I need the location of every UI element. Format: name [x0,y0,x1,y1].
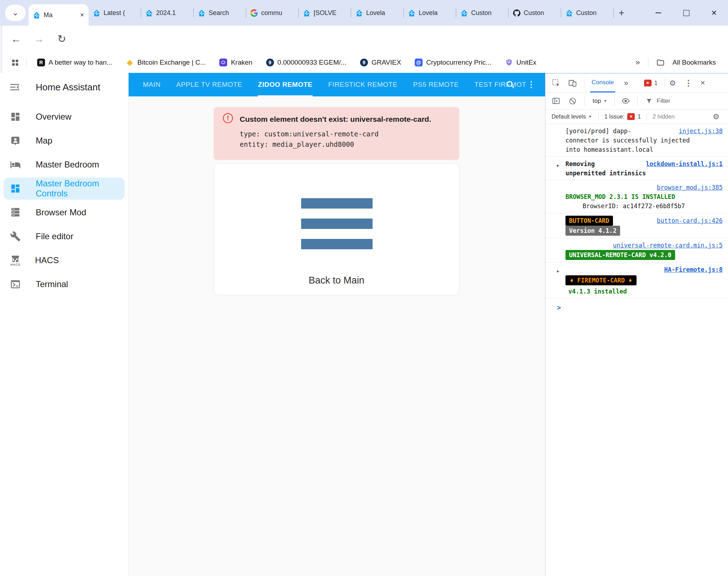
bookmarks-overflow-icon[interactable]: » [635,58,640,67]
menu-bar-button[interactable] [301,198,373,209]
ha-bar-icons: ⋮ [506,73,535,96]
view-tab-ps5-remote[interactable]: PS5 REMOTE [413,73,459,96]
view-tab-firestick-remote[interactable]: FIRESTICK REMOTE [328,73,398,96]
tab-solved[interactable]: [SOLVE [299,0,351,26]
page-area: Home Assistant Overview Map Master Bedro… [0,73,728,576]
view-tab-zidoo-remote[interactable]: ZIDOO REMOTE [258,73,313,96]
sidebar-item-label: Terminal [36,279,68,289]
console-settings-gear-icon[interactable]: ⚙ [713,112,719,121]
bookmark-label: GRAVIEX [372,59,401,66]
clear-console-icon[interactable] [569,97,577,105]
flame-icon [569,278,574,283]
tab-latest[interactable]: Latest ( [89,0,141,26]
tab-label: Ma [44,11,76,19]
new-tab-button[interactable]: + [614,7,629,19]
minimize-button[interactable] [644,0,672,26]
tab-label-fade [551,7,557,19]
devtools-tabbar: Console » ✕ 1 ⚙ ⋮ ✕ [545,74,728,92]
tab-community[interactable]: commu [246,0,298,26]
devtools-separator [637,96,638,106]
ha-menu-icon[interactable]: ⋮ [527,80,535,89]
sidebar-item-browser-mod[interactable]: Browser Mod [4,201,125,224]
wrench-icon [10,231,21,242]
bookmark-binance[interactable]: ◆ Bitcoin Exchange | C... [126,59,206,66]
more-tabs-icon[interactable]: » [624,79,628,88]
devtools-separator [584,96,585,106]
sidebar-item-master-bedroom[interactable]: Master Bedroom [4,154,125,176]
devtools-menu-icon[interactable]: ⋮ [684,79,692,88]
tab-lovelace-1[interactable]: Lovela [351,0,403,26]
error-counter[interactable]: ✕ 1 [644,80,658,86]
filter-input[interactable]: Filter [657,97,670,105]
device-toolbar-icon[interactable] [568,79,577,87]
sidebar-item-overview[interactable]: Overview [4,106,125,128]
dashboard-icon [10,183,21,194]
bookmark-graviex[interactable]: 9 GRAVIEX [360,59,401,66]
view-tab-apple-tv-remote[interactable]: APPLE TV REMOTE [176,73,243,96]
tab-custom-1[interactable]: Custon [456,0,508,26]
console-prompt[interactable]: > [545,299,728,312]
close-devtools-icon[interactable]: ✕ [700,79,705,87]
hidden-messages-label[interactable]: 2 hidden [653,114,674,120]
expand-arrow-icon[interactable]: ▶ [557,267,559,276]
alert-circle-icon: ! [223,113,233,123]
devtools-separator [598,113,599,120]
tab-label-fade [131,7,137,19]
sidebar-item-map[interactable]: Map [4,130,125,152]
sidebar-item-terminal[interactable]: Terminal [4,273,125,295]
source-link[interactable]: universal-remote-card.min.js:5 [609,241,723,250]
bookmark-egem[interactable]: 9 0.000000933 EGEM/... [266,59,346,66]
close-window-button[interactable]: ✕ [700,0,728,26]
source-link[interactable]: button-card.js:426 [653,216,723,225]
ha-sidebar: Home Assistant Overview Map Master Bedro… [0,73,129,576]
back-button[interactable]: ← [10,33,22,45]
tab-search-forum[interactable]: Search [194,0,246,26]
sidebar-toggle-icon[interactable] [9,82,20,92]
all-bookmarks-label[interactable]: All Bookmarks [673,59,716,66]
bookmark-kraken[interactable]: Kraken [219,59,252,66]
devtools-panel: Console » ✕ 1 ⚙ ⋮ ✕ top ▼ [545,73,728,576]
issues-counter[interactable]: 1 Issue: ✕ 1 [604,113,641,120]
frame-context-dropdown[interactable]: top ▼ [593,97,607,105]
tab-2024[interactable]: 2024.1 [141,0,193,26]
inspect-element-icon[interactable] [552,79,560,87]
menu-bar-button[interactable] [301,239,373,249]
sidebar-item-file-editor[interactable]: File editor [4,225,125,247]
source-link[interactable]: lockdown-install.js:1 [642,159,723,169]
log-levels-dropdown[interactable]: Default levels ▼ [552,114,592,120]
expand-arrow-icon[interactable]: ▶ [557,161,559,170]
console-sidebar-icon[interactable] [552,97,560,105]
tab-list: Ma ✕ Latest ( 2024.1 Search [29,0,629,26]
tab-console[interactable]: Console [590,74,615,92]
nine-circle-icon: 9 [360,59,368,66]
reload-button[interactable]: ↻ [56,33,68,45]
bookmark-refind[interactable]: R A better way to han... [37,59,113,66]
back-to-main-button[interactable]: Back to Main [214,275,459,286]
maximize-button[interactable] [672,0,700,26]
settings-gear-icon[interactable]: ⚙ [669,79,676,87]
view-tab-main[interactable]: MAIN [143,73,161,96]
sidebar-item-master-bedroom-controls[interactable]: Master Bedroom Controls [4,177,125,200]
tab-lovelace-2[interactable]: Lovela [404,0,456,26]
sidebar-item-hacs[interactable]: HACS HACS [4,249,125,271]
live-expression-eye-icon[interactable] [621,96,630,105]
ha-view-tabs-bar: MAIN APPLE TV REMOTE ZIDOO REMOTE FIREST… [129,73,545,96]
tab-custom-2[interactable]: Custon [561,0,613,26]
tab-active-master-bedroom[interactable]: Ma ✕ [29,4,89,26]
tab-custom-github[interactable]: Custon [509,0,561,26]
firemote-badge: FIREMOTE-CARD [565,275,637,285]
bookmark-unitex[interactable]: U UnitEx [505,59,537,66]
menu-bar-button[interactable] [301,219,373,229]
search-icon[interactable] [506,80,515,89]
tab-strip: ⌄ Ma ✕ Latest ( 2024.1 S [0,0,728,26]
bookmark-coinmarketcap[interactable]: @ Cryptocurrency Pric... [415,59,492,66]
forward-button[interactable]: → [33,33,45,45]
tab-close-icon[interactable]: ✕ [80,12,84,18]
tab-label-fade [341,7,347,19]
hacs-store-icon: HACS [9,255,21,266]
apps-grid-icon[interactable] [12,60,18,66]
source-link[interactable]: browser_mod.js:385 [653,183,723,192]
tab-search-button[interactable]: ⌄ [5,5,26,21]
source-link[interactable]: HA-Firemote.js:8 [660,265,723,274]
source-link[interactable]: inject.js:38 [675,126,723,136]
